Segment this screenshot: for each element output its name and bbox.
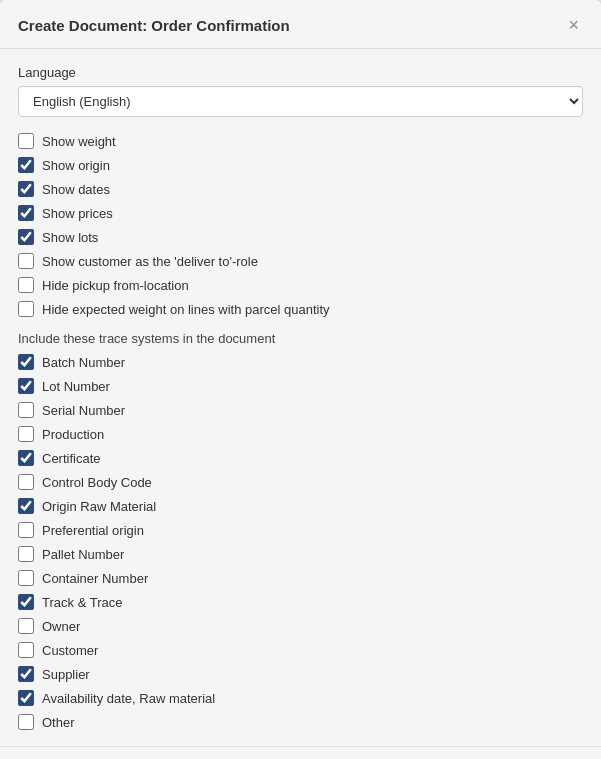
checkbox-preferential_origin[interactable]: [18, 522, 34, 538]
checkbox-item: Show weight: [18, 133, 583, 149]
label-serial_number[interactable]: Serial Number: [42, 403, 125, 418]
label-show_lots[interactable]: Show lots: [42, 230, 98, 245]
modal-title: Create Document: Order Confirmation: [18, 17, 290, 34]
modal-footer: 🗎 Create: [0, 746, 601, 759]
language-select[interactable]: English (English) French (Français) Germ…: [18, 86, 583, 117]
checkbox-item: Lot Number: [18, 378, 583, 394]
checkbox-supplier[interactable]: [18, 666, 34, 682]
checkbox-item: Batch Number: [18, 354, 583, 370]
checkbox-container_number[interactable]: [18, 570, 34, 586]
checkbox-item: Show origin: [18, 157, 583, 173]
checkbox-item: Availability date, Raw material: [18, 690, 583, 706]
label-hide_pickup[interactable]: Hide pickup from-location: [42, 278, 189, 293]
checkbox-item: Show lots: [18, 229, 583, 245]
checkbox-item: Show dates: [18, 181, 583, 197]
label-preferential_origin[interactable]: Preferential origin: [42, 523, 144, 538]
checkbox-item: Container Number: [18, 570, 583, 586]
label-control_body_code[interactable]: Control Body Code: [42, 475, 152, 490]
checkbox-show_customer_deliver[interactable]: [18, 253, 34, 269]
checkbox-production[interactable]: [18, 426, 34, 442]
checkbox-origin_raw_material[interactable]: [18, 498, 34, 514]
checkbox-hide_expected_weight[interactable]: [18, 301, 34, 317]
label-show_weight[interactable]: Show weight: [42, 134, 116, 149]
label-supplier[interactable]: Supplier: [42, 667, 90, 682]
checkbox-certificate[interactable]: [18, 450, 34, 466]
checkbox-owner[interactable]: [18, 618, 34, 634]
checkbox-customer[interactable]: [18, 642, 34, 658]
checkbox-show_dates[interactable]: [18, 181, 34, 197]
trace-section-label: Include these trace systems in the docum…: [18, 331, 583, 346]
checkbox-serial_number[interactable]: [18, 402, 34, 418]
checkbox-item: Preferential origin: [18, 522, 583, 538]
checkbox-item: Serial Number: [18, 402, 583, 418]
checkbox-batch_number[interactable]: [18, 354, 34, 370]
general-checkbox-list: Show weightShow originShow datesShow pri…: [18, 133, 583, 317]
checkbox-show_origin[interactable]: [18, 157, 34, 173]
checkbox-pallet_number[interactable]: [18, 546, 34, 562]
checkbox-item: Certificate: [18, 450, 583, 466]
label-container_number[interactable]: Container Number: [42, 571, 148, 586]
label-show_origin[interactable]: Show origin: [42, 158, 110, 173]
label-track_trace[interactable]: Track & Trace: [42, 595, 122, 610]
checkbox-track_trace[interactable]: [18, 594, 34, 610]
label-show_dates[interactable]: Show dates: [42, 182, 110, 197]
checkbox-item: Supplier: [18, 666, 583, 682]
label-pallet_number[interactable]: Pallet Number: [42, 547, 124, 562]
label-availability_date[interactable]: Availability date, Raw material: [42, 691, 215, 706]
checkbox-item: Pallet Number: [18, 546, 583, 562]
checkbox-lot_number[interactable]: [18, 378, 34, 394]
label-lot_number[interactable]: Lot Number: [42, 379, 110, 394]
modal-body: Language English (English) French (Franç…: [0, 49, 601, 746]
checkbox-item: Origin Raw Material: [18, 498, 583, 514]
checkbox-item: Control Body Code: [18, 474, 583, 490]
checkbox-item: Other: [18, 714, 583, 730]
language-label: Language: [18, 65, 583, 80]
checkbox-show_weight[interactable]: [18, 133, 34, 149]
create-document-modal: Create Document: Order Confirmation × La…: [0, 0, 601, 759]
label-hide_expected_weight[interactable]: Hide expected weight on lines with parce…: [42, 302, 330, 317]
checkbox-item: Owner: [18, 618, 583, 634]
label-batch_number[interactable]: Batch Number: [42, 355, 125, 370]
checkbox-show_prices[interactable]: [18, 205, 34, 221]
checkbox-item: Show prices: [18, 205, 583, 221]
modal-header: Create Document: Order Confirmation ×: [0, 0, 601, 49]
checkbox-other[interactable]: [18, 714, 34, 730]
checkbox-item: Hide pickup from-location: [18, 277, 583, 293]
checkbox-availability_date[interactable]: [18, 690, 34, 706]
label-owner[interactable]: Owner: [42, 619, 80, 634]
label-show_customer_deliver[interactable]: Show customer as the 'deliver to'-role: [42, 254, 258, 269]
close-button[interactable]: ×: [564, 14, 583, 36]
trace-checkbox-list: Batch NumberLot NumberSerial NumberProdu…: [18, 354, 583, 730]
label-show_prices[interactable]: Show prices: [42, 206, 113, 221]
checkbox-hide_pickup[interactable]: [18, 277, 34, 293]
checkbox-item: Track & Trace: [18, 594, 583, 610]
checkbox-item: Production: [18, 426, 583, 442]
label-production[interactable]: Production: [42, 427, 104, 442]
checkbox-item: Customer: [18, 642, 583, 658]
checkbox-show_lots[interactable]: [18, 229, 34, 245]
checkbox-item: Show customer as the 'deliver to'-role: [18, 253, 583, 269]
label-other[interactable]: Other: [42, 715, 75, 730]
checkbox-item: Hide expected weight on lines with parce…: [18, 301, 583, 317]
label-customer[interactable]: Customer: [42, 643, 98, 658]
label-origin_raw_material[interactable]: Origin Raw Material: [42, 499, 156, 514]
label-certificate[interactable]: Certificate: [42, 451, 101, 466]
checkbox-control_body_code[interactable]: [18, 474, 34, 490]
language-section: Language English (English) French (Franç…: [18, 65, 583, 117]
